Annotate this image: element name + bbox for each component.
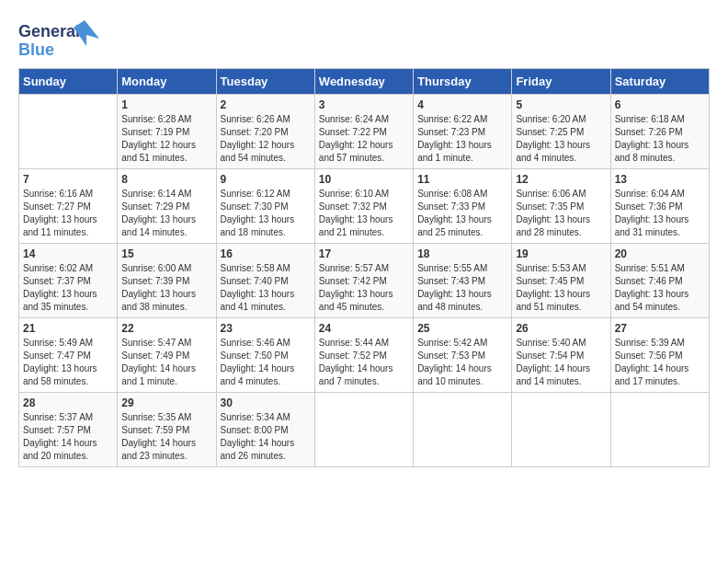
calendar-cell: 19Sunrise: 5:53 AMSunset: 7:45 PMDayligh…: [512, 244, 610, 318]
logo: GeneralBlue: [18, 18, 101, 59]
day-number: 27: [615, 322, 705, 335]
calendar-cell: 21Sunrise: 5:49 AMSunset: 7:47 PMDayligh…: [19, 318, 118, 393]
day-info: Sunrise: 5:47 AMSunset: 7:49 PMDaylight:…: [121, 337, 211, 388]
calendar-cell: 28Sunrise: 5:37 AMSunset: 7:57 PMDayligh…: [19, 393, 118, 467]
day-number: 9: [221, 173, 311, 186]
day-info: Sunrise: 6:02 AMSunset: 7:37 PMDaylight:…: [23, 262, 113, 314]
day-info: Sunrise: 6:16 AMSunset: 7:27 PMDaylight:…: [23, 188, 113, 239]
day-info: Sunrise: 6:04 AMSunset: 7:36 PMDaylight:…: [615, 188, 705, 239]
calendar-cell: 17Sunrise: 5:57 AMSunset: 7:42 PMDayligh…: [314, 244, 413, 318]
calendar-cell: 13Sunrise: 6:04 AMSunset: 7:36 PMDayligh…: [610, 169, 709, 244]
calendar-cell: 11Sunrise: 6:08 AMSunset: 7:33 PMDayligh…: [414, 169, 512, 244]
day-info: Sunrise: 5:35 AMSunset: 7:59 PMDaylight:…: [121, 411, 211, 463]
day-info: Sunrise: 6:00 AMSunset: 7:39 PMDaylight:…: [121, 262, 211, 314]
day-number: 4: [417, 98, 507, 111]
day-info: Sunrise: 6:12 AMSunset: 7:30 PMDaylight:…: [221, 188, 311, 239]
header-day: Wednesday: [314, 69, 413, 95]
header-day: Friday: [512, 69, 610, 95]
calendar-cell: 26Sunrise: 5:40 AMSunset: 7:54 PMDayligh…: [512, 318, 610, 393]
logo-svg: GeneralBlue: [18, 18, 101, 59]
calendar-cell: [610, 393, 709, 467]
day-number: 29: [121, 396, 211, 409]
calendar-cell: 16Sunrise: 5:58 AMSunset: 7:40 PMDayligh…: [216, 244, 314, 318]
day-info: Sunrise: 5:40 AMSunset: 7:54 PMDaylight:…: [516, 337, 606, 388]
day-info: Sunrise: 6:20 AMSunset: 7:25 PMDaylight:…: [516, 113, 606, 165]
header-day: Monday: [118, 69, 216, 95]
day-info: Sunrise: 6:22 AMSunset: 7:23 PMDaylight:…: [417, 113, 507, 165]
svg-text:General: General: [18, 22, 80, 40]
day-number: 22: [121, 322, 211, 335]
day-info: Sunrise: 5:44 AMSunset: 7:52 PMDaylight:…: [319, 337, 409, 388]
calendar-cell: 4Sunrise: 6:22 AMSunset: 7:23 PMDaylight…: [414, 95, 512, 169]
day-number: 12: [516, 173, 606, 186]
day-number: 14: [23, 247, 113, 260]
calendar-cell: 18Sunrise: 5:55 AMSunset: 7:43 PMDayligh…: [414, 244, 512, 318]
page-header: GeneralBlue: [18, 18, 710, 59]
calendar-week-row: 14Sunrise: 6:02 AMSunset: 7:37 PMDayligh…: [19, 244, 710, 318]
calendar-cell: 9Sunrise: 6:12 AMSunset: 7:30 PMDaylight…: [216, 169, 314, 244]
calendar-cell: 10Sunrise: 6:10 AMSunset: 7:32 PMDayligh…: [314, 169, 413, 244]
day-info: Sunrise: 5:49 AMSunset: 7:47 PMDaylight:…: [23, 337, 113, 388]
calendar-week-row: 7Sunrise: 6:16 AMSunset: 7:27 PMDaylight…: [19, 169, 710, 244]
calendar-cell: 7Sunrise: 6:16 AMSunset: 7:27 PMDaylight…: [19, 169, 118, 244]
header-day: Tuesday: [216, 69, 314, 95]
day-info: Sunrise: 6:10 AMSunset: 7:32 PMDaylight:…: [319, 188, 409, 239]
svg-text:Blue: Blue: [18, 40, 54, 59]
day-number: 8: [121, 173, 211, 186]
day-number: 20: [615, 247, 705, 260]
calendar-cell: 3Sunrise: 6:24 AMSunset: 7:22 PMDaylight…: [314, 95, 413, 169]
day-number: 6: [615, 98, 705, 111]
day-info: Sunrise: 5:42 AMSunset: 7:53 PMDaylight:…: [417, 337, 507, 388]
day-number: 5: [516, 98, 606, 111]
calendar-cell: 27Sunrise: 5:39 AMSunset: 7:56 PMDayligh…: [610, 318, 709, 393]
calendar-cell: 2Sunrise: 6:26 AMSunset: 7:20 PMDaylight…: [216, 95, 314, 169]
day-number: 3: [319, 98, 409, 111]
day-info: Sunrise: 6:14 AMSunset: 7:29 PMDaylight:…: [121, 188, 211, 239]
calendar-cell: 30Sunrise: 5:34 AMSunset: 8:00 PMDayligh…: [216, 393, 314, 467]
calendar-cell: 20Sunrise: 5:51 AMSunset: 7:46 PMDayligh…: [610, 244, 709, 318]
calendar-cell: [19, 95, 118, 169]
calendar-cell: 24Sunrise: 5:44 AMSunset: 7:52 PMDayligh…: [314, 318, 413, 393]
calendar-week-row: 1Sunrise: 6:28 AMSunset: 7:19 PMDaylight…: [19, 95, 710, 169]
day-number: 30: [221, 396, 311, 409]
day-number: 26: [516, 322, 606, 335]
day-number: 19: [516, 247, 606, 260]
day-info: Sunrise: 5:51 AMSunset: 7:46 PMDaylight:…: [615, 262, 705, 314]
day-number: 21: [23, 322, 113, 335]
day-info: Sunrise: 6:06 AMSunset: 7:35 PMDaylight:…: [516, 188, 606, 239]
calendar-cell: 22Sunrise: 5:47 AMSunset: 7:49 PMDayligh…: [118, 318, 216, 393]
calendar-cell: 12Sunrise: 6:06 AMSunset: 7:35 PMDayligh…: [512, 169, 610, 244]
header-day: Thursday: [414, 69, 512, 95]
day-number: 1: [121, 98, 211, 111]
day-number: 10: [319, 173, 409, 186]
calendar-cell: [314, 393, 413, 467]
header-row: SundayMondayTuesdayWednesdayThursdayFrid…: [19, 69, 710, 95]
day-number: 25: [417, 322, 507, 335]
day-info: Sunrise: 6:18 AMSunset: 7:26 PMDaylight:…: [615, 113, 705, 165]
day-info: Sunrise: 6:24 AMSunset: 7:22 PMDaylight:…: [319, 113, 409, 165]
day-number: 18: [417, 247, 507, 260]
day-number: 2: [221, 98, 311, 111]
day-info: Sunrise: 5:46 AMSunset: 7:50 PMDaylight:…: [221, 337, 311, 388]
day-info: Sunrise: 5:57 AMSunset: 7:42 PMDaylight:…: [319, 262, 409, 314]
calendar-cell: 15Sunrise: 6:00 AMSunset: 7:39 PMDayligh…: [118, 244, 216, 318]
calendar-week-row: 28Sunrise: 5:37 AMSunset: 7:57 PMDayligh…: [19, 393, 710, 467]
day-info: Sunrise: 5:53 AMSunset: 7:45 PMDaylight:…: [516, 262, 606, 314]
calendar-cell: 25Sunrise: 5:42 AMSunset: 7:53 PMDayligh…: [414, 318, 512, 393]
day-number: 15: [121, 247, 211, 260]
calendar-cell: 8Sunrise: 6:14 AMSunset: 7:29 PMDaylight…: [118, 169, 216, 244]
calendar-cell: 29Sunrise: 5:35 AMSunset: 7:59 PMDayligh…: [118, 393, 216, 467]
day-info: Sunrise: 5:39 AMSunset: 7:56 PMDaylight:…: [615, 337, 705, 388]
day-info: Sunrise: 5:37 AMSunset: 7:57 PMDaylight:…: [23, 411, 113, 463]
day-number: 17: [319, 247, 409, 260]
calendar-cell: 23Sunrise: 5:46 AMSunset: 7:50 PMDayligh…: [216, 318, 314, 393]
calendar-week-row: 21Sunrise: 5:49 AMSunset: 7:47 PMDayligh…: [19, 318, 710, 393]
day-number: 23: [221, 322, 311, 335]
day-info: Sunrise: 5:58 AMSunset: 7:40 PMDaylight:…: [221, 262, 311, 314]
calendar-cell: 6Sunrise: 6:18 AMSunset: 7:26 PMDaylight…: [610, 95, 709, 169]
day-info: Sunrise: 6:08 AMSunset: 7:33 PMDaylight:…: [417, 188, 507, 239]
day-info: Sunrise: 6:26 AMSunset: 7:20 PMDaylight:…: [221, 113, 311, 165]
calendar-cell: [512, 393, 610, 467]
calendar-cell: 1Sunrise: 6:28 AMSunset: 7:19 PMDaylight…: [118, 95, 216, 169]
day-info: Sunrise: 5:34 AMSunset: 8:00 PMDaylight:…: [221, 411, 311, 463]
